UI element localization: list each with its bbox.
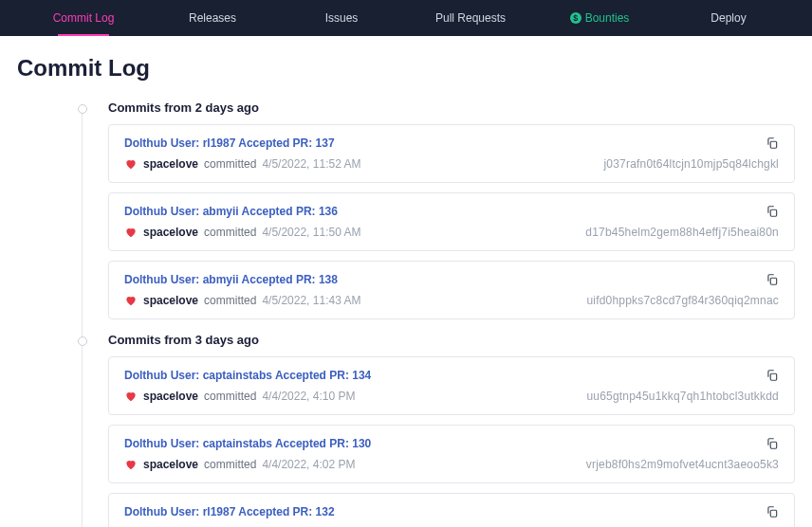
heart-icon [124, 226, 138, 239]
commit-title[interactable]: Dolthub User: abmyii Accepted PR: 136 [124, 205, 779, 218]
svg-rect-4 [770, 442, 776, 448]
commit-author[interactable]: spacelove [143, 458, 198, 471]
tab-label: Bounties [585, 11, 630, 25]
commit-verb: committed [204, 390, 256, 403]
commit-hash[interactable]: uu65gtnp45u1kkq7qh1htobcl3utkkdd [586, 390, 779, 403]
commit-meta: spacelove committed 4/5/2022, 11:50 AM [124, 226, 361, 239]
commit-card: Dolthub User: captainstabs Accepted PR: … [108, 356, 795, 415]
commit-meta: spacelove committed 4/5/2022, 11:52 AM [124, 157, 361, 171]
commit-time: 4/4/2022, 4:10 PM [262, 390, 355, 403]
heart-icon [124, 458, 138, 471]
commit-author[interactable]: spacelove [143, 226, 198, 239]
tab-label: Releases [189, 11, 236, 25]
heart-icon [124, 157, 138, 171]
heart-icon [124, 294, 138, 307]
commit-author[interactable]: spacelove [143, 294, 198, 307]
tab-commit-log[interactable]: Commit Log [19, 0, 148, 36]
commit-author[interactable]: spacelove [143, 390, 198, 403]
commit-group-heading: Commits from 2 days ago [108, 100, 795, 115]
copy-icon[interactable] [766, 437, 779, 450]
commit-meta-row: spacelove committed 4/4/2022, 4:02 PM vr… [124, 458, 779, 471]
copy-icon[interactable] [766, 273, 779, 286]
commit-title[interactable]: Dolthub User: rl1987 Accepted PR: 132 [124, 505, 779, 518]
bounty-icon: $ [570, 12, 581, 24]
commit-verb: committed [204, 458, 256, 471]
commit-card: Dolthub User: abmyii Accepted PR: 136 sp… [108, 192, 795, 251]
commit-author[interactable]: spacelove [143, 157, 198, 171]
commit-meta: spacelove committed 4/5/2022, 11:43 AM [124, 294, 361, 307]
commit-verb: committed [204, 226, 256, 239]
tab-label: Commit Log [53, 11, 115, 25]
commit-card: Dolthub User: rl1987 Accepted PR: 137 sp… [108, 124, 795, 183]
commit-meta-row: spacelove committed 4/4/2022, 4:10 PM uu… [124, 390, 779, 403]
commit-title[interactable]: Dolthub User: abmyii Accepted PR: 138 [124, 273, 779, 286]
tab-releases[interactable]: Releases [148, 0, 277, 36]
tab-label: Issues [325, 11, 359, 25]
commit-hash[interactable]: j037rafn0t64ltcjn10mjp5q84lchgkl [603, 157, 779, 171]
tab-pull-requests[interactable]: Pull Requests [406, 0, 535, 36]
commit-verb: committed [204, 157, 256, 171]
commit-time: 4/4/2022, 4:02 PM [262, 458, 355, 471]
commit-card: Dolthub User: abmyii Accepted PR: 138 sp… [108, 261, 795, 319]
commit-meta-row: spacelove committed 4/5/2022, 11:43 AM u… [124, 294, 779, 307]
commit-time: 4/5/2022, 11:52 AM [262, 157, 360, 171]
tab-issues[interactable]: Issues [277, 0, 406, 36]
tab-label: Pull Requests [435, 11, 506, 25]
commit-meta-row: spacelove committed 4/5/2022, 11:50 AM d… [124, 226, 779, 239]
commit-hash[interactable]: d17b45helm2gem88h4effj7i5heai80n [585, 226, 779, 239]
page-body: Commit Log Commits from 2 days ago Dolth… [0, 36, 812, 527]
svg-rect-5 [770, 510, 776, 517]
commit-title[interactable]: Dolthub User: rl1987 Accepted PR: 137 [124, 136, 779, 150]
commit-hash[interactable]: uifd0hppks7c8cd7gf84r360qiq2mnac [586, 294, 779, 307]
commit-time: 4/5/2022, 11:43 AM [262, 294, 360, 307]
copy-icon[interactable] [766, 136, 779, 150]
commit-meta: spacelove committed 4/4/2022, 4:10 PM [124, 390, 355, 403]
commit-title[interactable]: Dolthub User: captainstabs Accepted PR: … [124, 437, 779, 450]
commit-card: Dolthub User: captainstabs Accepted PR: … [108, 425, 795, 483]
commit-hash[interactable]: vrjeb8f0hs2m9mofvet4ucnt3aeoo5k3 [586, 458, 779, 471]
top-nav: Commit Log Releases Issues Pull Requests… [0, 0, 812, 36]
commit-card: Dolthub User: rl1987 Accepted PR: 132 sp… [108, 493, 795, 527]
svg-rect-0 [770, 141, 776, 148]
page-title: Commit Log [17, 55, 795, 82]
copy-icon[interactable] [766, 505, 779, 518]
commit-meta-row: spacelove committed 4/5/2022, 11:52 AM j… [124, 157, 779, 171]
tab-deploy[interactable]: Deploy [664, 0, 793, 36]
commit-meta: spacelove committed 4/4/2022, 4:02 PM [124, 458, 355, 471]
heart-icon [124, 390, 138, 403]
svg-rect-1 [770, 209, 776, 216]
commit-title[interactable]: Dolthub User: captainstabs Accepted PR: … [124, 369, 779, 382]
svg-rect-2 [770, 278, 776, 284]
commit-timeline: Commits from 2 days ago Dolthub User: rl… [82, 100, 795, 527]
commit-time: 4/5/2022, 11:50 AM [262, 226, 360, 239]
commit-verb: committed [204, 294, 256, 307]
copy-icon[interactable] [766, 205, 779, 218]
tab-label: Deploy [710, 11, 746, 25]
svg-rect-3 [770, 373, 776, 380]
tab-bounties[interactable]: $ Bounties [535, 0, 664, 36]
commit-group-heading: Commits from 3 days ago [108, 333, 795, 347]
copy-icon[interactable] [766, 369, 779, 382]
